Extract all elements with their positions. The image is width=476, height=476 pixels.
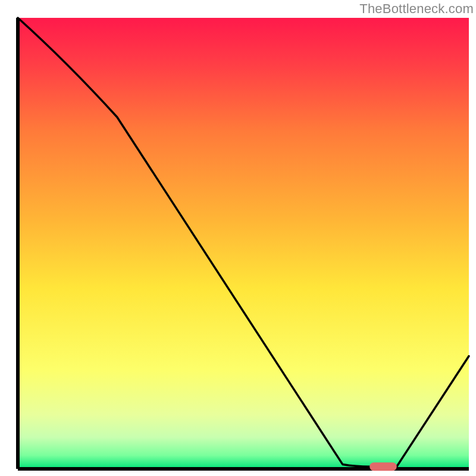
chart-svg <box>0 0 476 476</box>
chart-root: TheBottleneck.com <box>0 0 476 476</box>
optimal-range-marker <box>369 462 396 471</box>
plot-background <box>18 18 469 469</box>
watermark-text: TheBottleneck.com <box>359 1 474 17</box>
